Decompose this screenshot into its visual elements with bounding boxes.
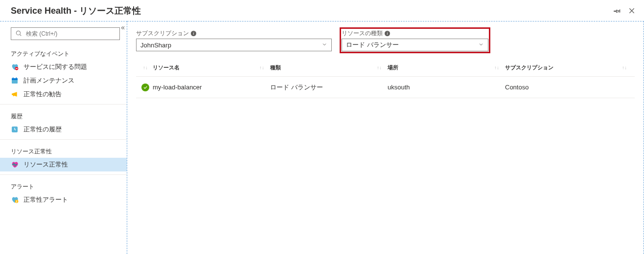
info-icon[interactable]: i [385, 31, 390, 36]
nav-item-health-history[interactable]: 正常性の履歴 [0, 123, 127, 136]
main-panel: サブスクリプション i JohnSharp リソースの種類 i [127, 21, 644, 254]
sort-icon[interactable]: ↑↓ [622, 65, 633, 70]
nav-item-label: サービスに関する問題 [23, 63, 87, 71]
svg-point-0 [16, 31, 20, 35]
resource-type-filter: リソースの種類 i ロード バランサー [342, 29, 488, 51]
nav-section-history: 履歴 [0, 107, 127, 123]
page-title: Service Health - リソース正常性 [11, 5, 613, 17]
cell-location: uksouth [388, 84, 505, 91]
svg-rect-6 [16, 77, 17, 79]
resource-type-dropdown[interactable]: ロード バランサー [342, 39, 488, 51]
nav-item-label: リソース正常性 [23, 160, 68, 169]
svg-rect-4 [12, 78, 18, 80]
resource-type-filter-label: リソースの種類 [342, 29, 383, 38]
subscription-filter: サブスクリプション i JohnSharp [136, 29, 332, 51]
search-icon [15, 30, 25, 38]
nav-item-label: 正常性の勧告 [23, 90, 62, 99]
column-header-location[interactable]: 場所 ↑↓ [388, 64, 505, 71]
heartbeat-icon [11, 161, 19, 169]
collapse-sidebar-button[interactable]: « [121, 23, 123, 31]
column-header-subscription[interactable]: サブスクリプション ↑↓ [505, 64, 633, 71]
megaphone-icon [11, 90, 19, 98]
svg-rect-10 [16, 202, 17, 203]
svg-rect-9 [16, 200, 17, 202]
cell-resource-type: ロード バランサー [270, 83, 388, 92]
sort-icon[interactable]: ↑↓ [143, 66, 148, 70]
nav-section-active-events: アクティブなイベント [0, 45, 127, 60]
heart-issue-icon [11, 63, 19, 71]
nav-item-label: 正常性の履歴 [23, 125, 62, 134]
nav-item-planned-maintenance[interactable]: 計画メンテナンス [0, 74, 127, 87]
heart-alert-icon [11, 196, 19, 204]
svg-rect-5 [13, 77, 13, 79]
history-icon [11, 126, 19, 133]
pin-button[interactable] [613, 6, 621, 15]
nav-item-health-alerts[interactable]: 正常性アラート [0, 193, 127, 207]
status-healthy-icon [141, 84, 149, 91]
search-input[interactable] [25, 30, 115, 38]
info-icon[interactable]: i [191, 31, 196, 36]
nav-item-service-issues[interactable]: サービスに関する問題 [0, 60, 127, 74]
calendar-icon [11, 77, 19, 85]
resources-table: ↑↓ リソース名 ↑↓ 種類 ↑↓ 場所 ↑↓ サブスク [136, 59, 635, 98]
nav-item-label: 計画メンテナンス [23, 76, 74, 85]
column-header-type[interactable]: 種類 ↑↓ [270, 64, 388, 71]
subscription-dropdown[interactable]: JohnSharp [136, 39, 332, 51]
sort-icon[interactable]: ↑↓ [494, 65, 505, 70]
nav-item-health-advisories[interactable]: 正常性の勧告 [0, 87, 127, 101]
subscription-dropdown-value: JohnSharp [140, 42, 171, 49]
nav-section-resource-health: リソース正常性 [0, 143, 127, 158]
chevron-down-icon [478, 42, 484, 49]
close-button[interactable] [627, 6, 636, 15]
sort-icon[interactable]: ↑↓ [259, 65, 270, 70]
svg-rect-2 [16, 68, 18, 69]
table-row[interactable]: my-load-balancer ロード バランサー uksouth Conto… [136, 77, 635, 98]
subscription-filter-label: サブスクリプション [136, 29, 189, 38]
chevron-down-icon [322, 42, 327, 49]
nav-item-label: 正常性アラート [23, 195, 68, 204]
table-header-row: ↑↓ リソース名 ↑↓ 種類 ↑↓ 場所 ↑↓ サブスク [136, 59, 635, 77]
nav-item-resource-health[interactable]: リソース正常性 [0, 158, 127, 171]
sidebar: « アクティブなイベント サービスに関する問題 [0, 21, 127, 254]
cell-resource-name: my-load-balancer [153, 84, 270, 91]
nav-section-alerts: アラート [0, 178, 127, 193]
search-input-wrapper[interactable] [11, 27, 120, 40]
column-header-name[interactable]: リソース名 ↑↓ [153, 64, 270, 71]
cell-subscription: Contoso [505, 84, 633, 91]
sort-icon[interactable]: ↑↓ [377, 65, 388, 70]
resource-type-dropdown-value: ロード バランサー [346, 41, 399, 49]
